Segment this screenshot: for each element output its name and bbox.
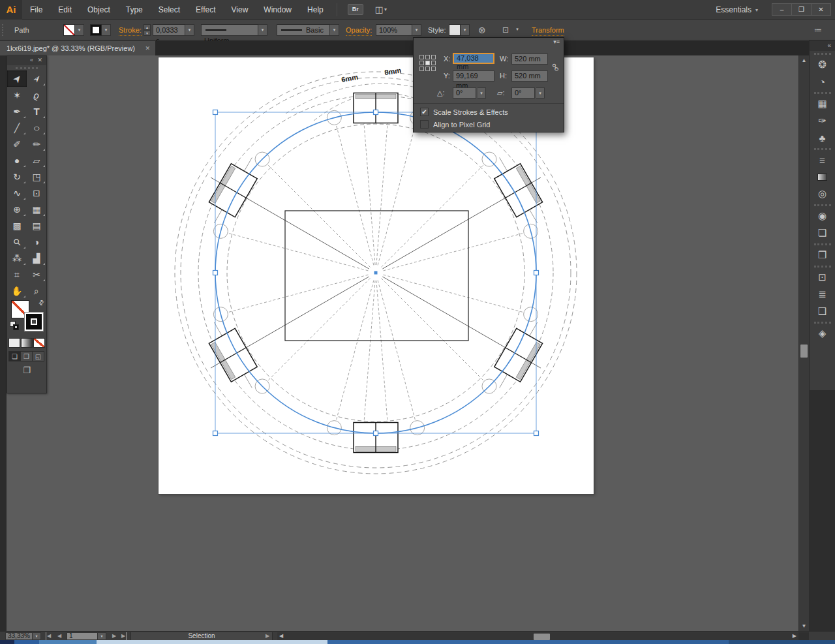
restore-button[interactable]: ❐	[791, 3, 812, 16]
paintbrush-tool[interactable]: ✐	[7, 136, 27, 152]
draw-mode-1-button[interactable]: ❐	[20, 351, 33, 361]
width-tool[interactable]: ∿	[7, 185, 27, 201]
panel-icon-pathfinder[interactable]: ❑	[810, 303, 835, 320]
panel-icon-color[interactable]: ❂	[810, 56, 835, 73]
stroke-weight-dropdown[interactable]: ▾	[185, 24, 194, 36]
mesh-tool[interactable]: ▩	[7, 217, 27, 234]
opacity-panel-link[interactable]: Opacity:	[346, 24, 372, 36]
tool-status-display[interactable]: Selection	[130, 632, 273, 640]
style-dropdown[interactable]: ▾	[461, 24, 470, 36]
zoom-dropdown[interactable]: ▾	[33, 632, 41, 640]
type-tool[interactable]: T	[27, 103, 46, 119]
horizontal-scrollbar[interactable]: ◀ ▶	[277, 632, 798, 640]
panel-icon-appearance[interactable]: ◉	[810, 207, 835, 224]
style-swatch[interactable]	[449, 24, 461, 36]
width-profile-select[interactable]: Uniform	[201, 24, 258, 36]
menu-select[interactable]: Select	[151, 0, 188, 20]
menu-help[interactable]: Help	[299, 0, 331, 20]
swap-fill-stroke-icon[interactable]: ⇄	[37, 298, 46, 307]
panel-icon-artboards[interactable]: ❐	[810, 247, 835, 264]
dock-expand-button[interactable]: «	[810, 40, 835, 51]
fill-dropdown-button[interactable]: ▾	[75, 24, 84, 36]
stroke-weight-field[interactable]: 0,0333 c	[153, 24, 185, 36]
horizontal-scrollbar-thumb[interactable]	[534, 634, 550, 640]
y-field[interactable]: 99,169 mm	[453, 70, 494, 82]
align-pixel-grid-checkbox[interactable]	[420, 120, 429, 129]
draw-mode-2-button[interactable]: ◱	[32, 351, 44, 361]
tools-panel-grip[interactable]	[16, 67, 38, 69]
scale-tool[interactable]: ◳	[27, 168, 46, 185]
screen-mode-button[interactable]: ❐	[20, 365, 34, 375]
stroke-swatch[interactable]	[90, 24, 102, 36]
gradient-tool[interactable]: ▤	[27, 217, 46, 234]
shear-dropdown[interactable]: ▾	[536, 87, 545, 99]
hand-tool[interactable]: ✋	[7, 283, 27, 299]
constrain-link-icon[interactable]: ☍	[551, 63, 560, 71]
vertical-scrollbar[interactable]: ▲ ▼	[798, 55, 809, 631]
selection-tool[interactable]: ➤	[7, 70, 27, 87]
tools-panel-header[interactable]: « ✕	[7, 56, 46, 65]
recolor-artwork-icon[interactable]: ⊛	[478, 24, 486, 36]
zoom-tool[interactable]: ⌕	[27, 283, 46, 299]
magic-wand-tool[interactable]: ✶	[7, 87, 27, 103]
slice-tool[interactable]: ✂	[27, 266, 46, 283]
stroke-proxy-swatch[interactable]	[24, 312, 44, 331]
dock-grip[interactable]	[814, 53, 831, 55]
shape-builder-tool[interactable]: ⊕	[7, 201, 27, 217]
line-segment-tool[interactable]: ╱	[7, 119, 27, 136]
next-artboard-button[interactable]: ▶	[112, 632, 116, 640]
w-field[interactable]: 520 mm	[511, 54, 548, 65]
panel-grip[interactable]	[2, 24, 5, 36]
panel-icon-transparency[interactable]: ◎	[810, 185, 835, 202]
minimize-button[interactable]: –	[772, 3, 792, 16]
first-artboard-button[interactable]: ◀	[46, 632, 51, 640]
document-tab[interactable]: 1kx6i19.jpeg* @ 33.33% (RGB/Preview) ✕	[0, 41, 155, 55]
dock-grip[interactable]	[814, 204, 831, 206]
arrange-documents-button[interactable]: ◫ ▾	[375, 5, 387, 14]
scroll-right-icon[interactable]: ▶	[793, 633, 797, 639]
vertical-scrollbar-thumb[interactable]	[800, 345, 808, 358]
artboard-tool[interactable]: ⌗	[7, 266, 27, 283]
select-similar-dropdown[interactable]: ▾	[513, 24, 522, 36]
panel-icon-stroke[interactable]: ≡	[810, 151, 835, 168]
reference-point-locator[interactable]	[419, 55, 437, 72]
panel-icon-symbols[interactable]: ♣	[810, 129, 835, 146]
pencil-tool[interactable]: ✏	[27, 136, 46, 152]
panel-icon-brushes[interactable]: ✑	[810, 112, 835, 129]
menu-view[interactable]: View	[224, 0, 256, 20]
dock-grip[interactable]	[814, 243, 831, 245]
transform-panel-link[interactable]: Transform	[532, 24, 564, 36]
width-profile-dropdown[interactable]: ▾	[258, 24, 267, 36]
menu-type[interactable]: Type	[118, 0, 151, 20]
brush-dropdown[interactable]: ▾	[330, 24, 339, 36]
direct-selection-tool[interactable]: ➢	[27, 70, 46, 87]
rotate-dropdown[interactable]: ▾	[478, 87, 486, 99]
workspace-switcher[interactable]: Essentials ▾	[716, 0, 758, 20]
stroke-panel-link[interactable]: Stroke:	[119, 24, 142, 36]
artboard-number-field[interactable]: 1	[67, 632, 98, 640]
color-button[interactable]	[8, 338, 20, 348]
dock-grip[interactable]	[814, 266, 831, 268]
x-field[interactable]: 47,038 mm	[453, 53, 494, 64]
perspective-grid-tool[interactable]: ▦	[27, 201, 46, 217]
gradient-button[interactable]	[21, 338, 33, 348]
default-fill-stroke-icon[interactable]	[10, 321, 19, 330]
close-tab-icon[interactable]: ✕	[145, 41, 150, 55]
panel-icon-gradient[interactable]	[810, 168, 835, 185]
menu-effect[interactable]: Effect	[188, 0, 223, 20]
scroll-up-icon[interactable]: ▲	[799, 57, 809, 63]
panel-icon-graphic-styles[interactable]: ❏	[810, 224, 835, 241]
scroll-left-icon[interactable]: ◀	[279, 633, 283, 639]
dock-grip[interactable]	[814, 322, 831, 324]
symbol-sprayer-tool[interactable]: ⁂	[7, 250, 27, 266]
menu-window[interactable]: Window	[256, 0, 299, 20]
rotate-tool[interactable]: ↻	[7, 168, 27, 185]
menu-edit[interactable]: Edit	[50, 0, 80, 20]
artboard-dropdown[interactable]: ▾	[98, 632, 106, 640]
bridge-launch-button[interactable]: Br	[348, 4, 363, 15]
shear-field[interactable]: 0°	[511, 87, 535, 99]
h-field[interactable]: 520 mm	[511, 70, 548, 82]
menu-file[interactable]: File	[22, 0, 50, 20]
stroke-weight-stepper[interactable]: ▴▾	[144, 24, 151, 36]
status-expand-icon[interactable]: ▶	[266, 632, 269, 640]
